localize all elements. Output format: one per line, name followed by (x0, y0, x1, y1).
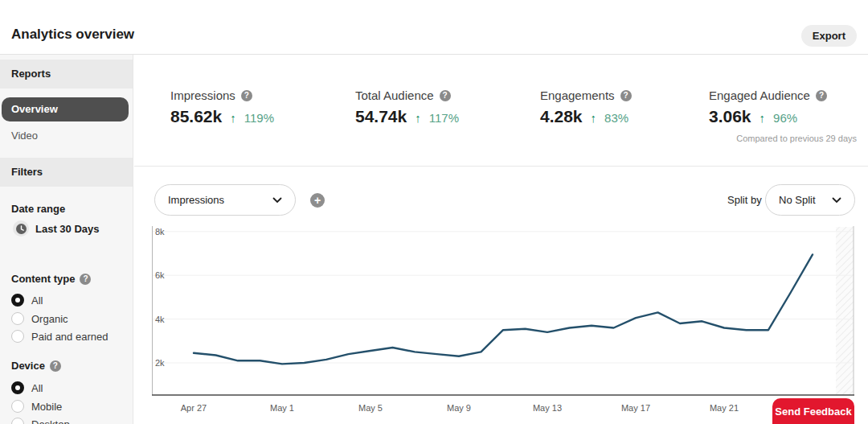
metric-label: Engaged Audience (709, 89, 810, 102)
radio-device-all[interactable]: All (11, 381, 43, 394)
metric-value: 85.62k (170, 107, 222, 126)
impressions-line-chart: 2k4k6k8kApr 27May 1May 5May 9May 13May 1… (141, 223, 856, 424)
metric-card-impressions: Impressions ? 85.62k ↑ 119% (170, 89, 274, 126)
metrics-summary: Impressions ? 85.62k ↑ 119% Total Audien… (134, 55, 868, 167)
help-icon[interactable]: ? (80, 274, 91, 285)
help-icon[interactable]: ? (50, 360, 61, 372)
metric-change: 117% (429, 111, 459, 125)
device-label: Device ? (11, 360, 61, 372)
radio-label: Mobile (31, 401, 62, 413)
svg-text:May 1: May 1 (270, 403, 294, 413)
svg-text:May 17: May 17 (621, 403, 650, 413)
radio-selected-icon[interactable] (11, 294, 24, 307)
radio-label: Paid and earned (31, 331, 108, 343)
metric-value: 4.28k (540, 107, 583, 126)
radio-label: All (31, 382, 43, 394)
svg-text:8k: 8k (155, 227, 165, 237)
up-arrow-icon: ↑ (760, 111, 766, 125)
radio-unselected-icon[interactable] (11, 400, 24, 413)
help-icon[interactable]: ? (620, 90, 632, 101)
content-type-label: Content type ? (11, 273, 91, 285)
sidebar: Reports Overview Video Filters Date rang… (0, 55, 133, 424)
comparison-note: Compared to previous 29 days (736, 134, 857, 143)
radio-unselected-icon[interactable] (11, 330, 24, 343)
content-type-label-text: Content type (11, 273, 75, 285)
radio-unselected-icon[interactable] (11, 312, 24, 325)
up-arrow-icon: ↑ (591, 111, 597, 125)
chevron-down-icon (272, 197, 282, 204)
metric-select-dropdown[interactable]: Impressions (154, 184, 296, 216)
metric-label: Impressions (170, 89, 235, 102)
svg-text:4k: 4k (155, 315, 165, 324)
date-range-label: Date range (11, 203, 65, 215)
metric-value: 3.06k (709, 107, 751, 126)
metric-change: 96% (773, 111, 797, 125)
metric-card-engagements: Engagements ? 4.28k ↑ 83% (540, 89, 632, 126)
add-metric-button[interactable]: + (310, 193, 325, 208)
clock-icon (13, 220, 29, 237)
date-range-value: Last 30 Days (35, 223, 100, 235)
radio-device-mobile[interactable]: Mobile (11, 400, 62, 413)
split-by-dropdown[interactable]: No Split (765, 184, 855, 216)
metric-change: 83% (604, 111, 628, 125)
metric-select-value: Impressions (168, 194, 224, 206)
radio-content-paid[interactable]: Paid and earned (11, 330, 108, 343)
reports-section-header: Reports (0, 60, 133, 89)
page-title: Analytics overview (11, 27, 134, 43)
svg-text:May 9: May 9 (447, 403, 471, 413)
impressions-chart-svg: 2k4k6k8kApr 27May 1May 5May 9May 13May 1… (141, 223, 856, 424)
help-icon[interactable]: ? (440, 90, 451, 101)
analytics-overview-page: Analytics overview Export Reports Overvi… (0, 0, 868, 424)
svg-text:May 5: May 5 (358, 403, 383, 413)
up-arrow-icon: ↑ (230, 111, 236, 125)
svg-text:May 13: May 13 (533, 403, 562, 413)
radio-label: Organic (31, 313, 68, 325)
radio-content-organic[interactable]: Organic (11, 312, 68, 325)
metric-change: 119% (244, 111, 274, 125)
radio-unselected-icon[interactable] (11, 418, 24, 424)
radio-device-desktop[interactable]: Desktop (11, 418, 70, 424)
filters-section-header: Filters (0, 158, 133, 187)
split-by-label: Split by (727, 194, 762, 206)
radio-content-all[interactable]: All (11, 294, 43, 307)
radio-label: All (31, 294, 43, 307)
radio-label: Desktop (31, 418, 70, 424)
metric-card-total-audience: Total Audience ? 54.74k ↑ 117% (355, 89, 459, 126)
metric-value: 54.74k (355, 107, 407, 126)
device-label-text: Device (11, 360, 45, 372)
up-arrow-icon: ↑ (415, 111, 421, 125)
page-header: Analytics overview Export (0, 0, 868, 55)
date-range-selector[interactable]: Last 30 Days (13, 220, 100, 237)
svg-text:Apr 27: Apr 27 (181, 403, 207, 413)
split-by-value: No Split (779, 194, 816, 206)
svg-text:6k: 6k (155, 270, 165, 280)
svg-text:2k: 2k (155, 358, 165, 368)
radio-selected-icon[interactable] (11, 381, 24, 394)
chevron-down-icon (832, 197, 841, 204)
metric-label: Total Audience (355, 89, 434, 102)
svg-text:May 21: May 21 (710, 403, 739, 413)
metric-label: Engagements (540, 89, 615, 102)
help-icon[interactable]: ? (816, 90, 827, 101)
sidebar-item-video[interactable]: Video (0, 127, 133, 145)
metric-card-engaged-audience: Engaged Audience ? 3.06k ↑ 96% (709, 89, 827, 126)
sidebar-item-overview[interactable]: Overview (2, 97, 129, 121)
send-feedback-button[interactable]: Send Feedback (772, 398, 854, 424)
export-button[interactable]: Export (801, 25, 857, 47)
help-icon[interactable]: ? (241, 90, 252, 101)
